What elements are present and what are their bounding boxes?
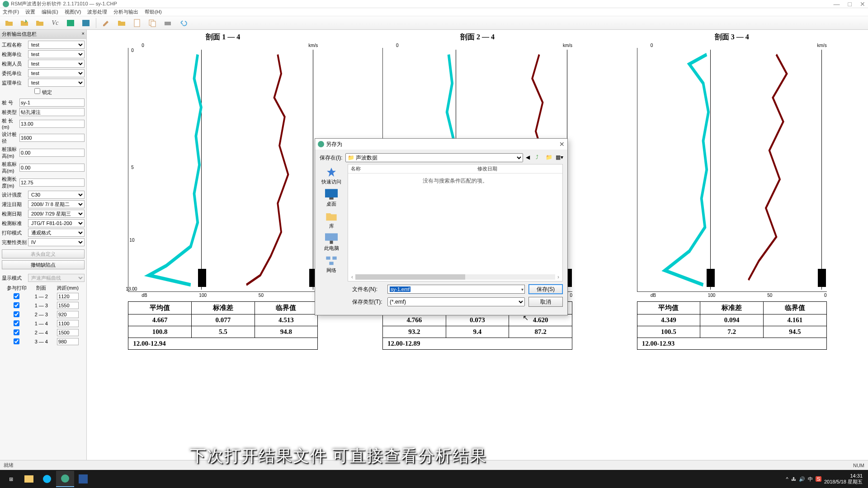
up-icon[interactable]: ⤴: [536, 154, 543, 161]
print-sec-0: 1 — 2: [31, 292, 51, 300]
minimize-icon[interactable]: —: [834, 0, 840, 8]
place-desktop[interactable]: 桌面: [325, 189, 338, 207]
pile-type-input[interactable]: [19, 108, 85, 116]
bot-input[interactable]: [19, 164, 85, 172]
menu-analysis[interactable]: 分析与输出: [113, 9, 138, 15]
place-thispc[interactable]: 此电脑: [324, 233, 339, 252]
tray-clock[interactable]: 14:31 2018/5/18 星期五: [824, 473, 863, 485]
supervise-select[interactable]: test: [28, 79, 85, 87]
cancel-button[interactable]: 取消: [528, 297, 563, 307]
col-date[interactable]: 修改日期: [475, 164, 562, 173]
newfolder-icon[interactable]: 📁: [546, 154, 553, 161]
tray-up-icon[interactable]: ^: [786, 476, 788, 482]
lock-checkbox[interactable]: 锁定: [34, 89, 52, 95]
sidebar-close-icon[interactable]: ×: [82, 31, 85, 38]
filename-input[interactable]: sy-1.emf▾: [387, 285, 525, 294]
rsm-icon[interactable]: [56, 471, 74, 487]
tb-doc-icon[interactable]: [130, 17, 144, 29]
print-chk-4[interactable]: [14, 329, 19, 335]
person-select[interactable]: test: [28, 60, 85, 68]
place-quick[interactable]: 快速访问: [321, 167, 341, 185]
tb-open-icon[interactable]: [2, 17, 16, 29]
filename-label: 文件名(N):: [352, 286, 384, 293]
svg-point-8: [61, 474, 69, 483]
tray-net-icon[interactable]: 🖧: [791, 476, 796, 482]
tb-open3-icon[interactable]: [33, 17, 47, 29]
place-network[interactable]: 网络: [325, 255, 338, 274]
pour-date-select[interactable]: 2008/ 7/ 8 星期二: [28, 200, 85, 208]
col-name[interactable]: 名称: [348, 164, 475, 173]
print-mode-select[interactable]: 通观格式: [28, 229, 85, 237]
print-span-2[interactable]: [57, 311, 79, 318]
qq-icon[interactable]: [38, 471, 56, 487]
tb-excel-icon[interactable]: [63, 17, 78, 29]
close-icon[interactable]: ✕: [860, 0, 865, 8]
maximize-icon[interactable]: □: [848, 0, 852, 8]
print-span-3[interactable]: [57, 320, 79, 327]
sidebar-title: 分析输出信息栏×: [0, 30, 86, 39]
menu-view[interactable]: 视图(V): [65, 9, 81, 15]
print-chk-5[interactable]: [14, 338, 19, 344]
design-s-select[interactable]: C30: [28, 191, 85, 199]
profile-1: 剖面 1 — 4 0km/s 0 5 10 13.00: [128, 33, 318, 350]
tb-open2-icon[interactable]: [17, 17, 32, 29]
std-select[interactable]: JTG/T F81-01-200: [28, 219, 85, 227]
menu-file[interactable]: 文件(F): [3, 9, 19, 15]
tb-vc-icon[interactable]: Vc: [48, 17, 62, 29]
hscrollbar[interactable]: ‹›: [349, 274, 561, 280]
entrust-select[interactable]: test: [28, 69, 85, 77]
print-span-5[interactable]: [57, 338, 79, 345]
profile-2-title: 剖面 2 — 4: [382, 33, 572, 42]
menu-wave[interactable]: 波形处理: [87, 9, 107, 15]
print-chk-0[interactable]: [14, 293, 19, 299]
project-select[interactable]: test: [28, 41, 85, 49]
tb-undo-icon[interactable]: [176, 17, 190, 29]
tray-sogou-icon[interactable]: S: [816, 476, 821, 482]
back-icon[interactable]: ◀: [526, 154, 533, 161]
pile-len-input[interactable]: [19, 120, 85, 128]
filetype-select[interactable]: (*.emf): [387, 297, 525, 306]
status-num: NUM: [853, 463, 864, 468]
word2-icon[interactable]: [74, 471, 92, 487]
start-icon[interactable]: ⊞: [2, 471, 20, 487]
tb-copy-icon[interactable]: [145, 17, 160, 29]
test-len-input[interactable]: [19, 178, 85, 187]
profile-3: 剖面 3 — 4 0km/s dB100500 平均值标准差临界值 4.3: [637, 33, 827, 350]
test-date-select[interactable]: 2009/ 7/29 星期三: [28, 210, 85, 218]
save-button[interactable]: 保存(S): [528, 284, 563, 294]
print-chk-2[interactable]: [14, 311, 19, 317]
svg-rect-16: [329, 262, 333, 265]
integrity-select[interactable]: IV: [28, 238, 85, 246]
tb-word-icon[interactable]: [79, 17, 93, 29]
place-lib[interactable]: 库: [325, 211, 338, 230]
top-input[interactable]: [19, 149, 85, 157]
disp-mode-select[interactable]: 声速声幅曲线: [28, 274, 85, 282]
menu-edit[interactable]: 编辑(E): [42, 9, 58, 15]
tray-ime-icon[interactable]: 中: [808, 476, 813, 483]
views-icon[interactable]: ▦▾: [556, 154, 563, 161]
save-in-select[interactable]: 📁 声波数据: [345, 153, 523, 162]
undo-defect-button[interactable]: 撤销缺陷点: [2, 260, 85, 269]
print-chk-3[interactable]: [14, 320, 19, 326]
unit-select[interactable]: test: [28, 50, 85, 58]
menu-settings[interactable]: 设置: [25, 9, 35, 15]
explorer-icon[interactable]: [20, 471, 38, 487]
places-bar: 快速访问 桌面 库 此电脑 网络: [315, 164, 348, 282]
tray-vol-icon[interactable]: 🔊: [799, 476, 805, 482]
header-custom-button[interactable]: 表头自定义: [2, 249, 85, 258]
print-span-1[interactable]: [57, 302, 79, 309]
lbl-designs: 设计强度: [2, 192, 28, 198]
file-list[interactable]: 名称修改日期 没有与搜索条件匹配的项。 ‹›: [348, 164, 563, 282]
print-span-0[interactable]: [57, 293, 79, 300]
menu-help[interactable]: 帮助(H): [145, 9, 161, 15]
profile-3-title: 剖面 3 — 4: [637, 33, 827, 42]
pile-no-input[interactable]: [19, 99, 85, 107]
dialog-close-icon[interactable]: ✕: [559, 141, 565, 148]
tb-folder-icon[interactable]: [114, 17, 129, 29]
print-chk-1[interactable]: [14, 302, 19, 308]
design-d-input[interactable]: [19, 134, 85, 142]
tb-edit-icon[interactable]: [99, 17, 113, 29]
lbl-entrust: 委托单位: [2, 70, 28, 77]
print-span-4[interactable]: [57, 329, 79, 336]
tb-print-icon[interactable]: [160, 17, 175, 29]
